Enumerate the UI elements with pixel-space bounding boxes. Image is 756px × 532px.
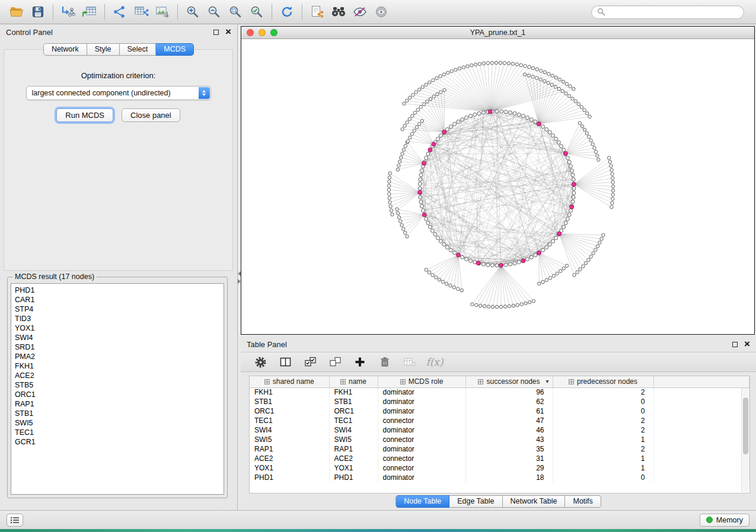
show-columns-button[interactable] (277, 355, 293, 369)
close-panel-icon[interactable]: × (225, 28, 231, 36)
cell-mcds-role[interactable]: dominator (378, 444, 465, 454)
cell-successor-nodes[interactable]: 43 (465, 435, 553, 444)
cell-shared-name[interactable]: SWI4 (250, 425, 329, 435)
cell-shared-name[interactable]: TEC1 (250, 416, 329, 425)
export-image-button[interactable] (152, 3, 173, 21)
cell-predecessor-nodes[interactable]: 2 (553, 425, 653, 435)
mcds-result-item[interactable]: TEC1 (11, 428, 224, 437)
mcds-result-item[interactable]: SRD1 (11, 342, 224, 352)
column-header-mcds-role[interactable]: MCDS role (378, 376, 465, 387)
global-search[interactable] (591, 5, 744, 19)
import-table-from-file-button[interactable] (79, 3, 100, 21)
splitter-handle[interactable] (237, 268, 241, 287)
table-settings-button[interactable] (253, 355, 268, 369)
delete-column-button[interactable] (377, 355, 393, 369)
zoom-selected-region-button[interactable] (246, 3, 267, 21)
cell-successor-nodes[interactable]: 31 (465, 454, 553, 463)
cell-successor-nodes[interactable]: 46 (465, 425, 553, 435)
mcds-result-item[interactable]: STB5 (11, 380, 224, 390)
mcds-result-item[interactable]: YOX1 (11, 323, 224, 333)
mcds-result-item[interactable]: ACE2 (11, 371, 224, 380)
cell-mcds-role[interactable]: connector (378, 416, 465, 425)
tab-network-table[interactable]: Network Table (503, 495, 566, 508)
memory-button[interactable]: Memory (700, 514, 749, 527)
cell-mcds-role[interactable]: dominator (378, 397, 465, 406)
cell-predecessor-nodes[interactable]: 0 (553, 397, 653, 406)
tab-mcds[interactable]: MCDS (156, 43, 194, 56)
float-table-panel-icon[interactable] (732, 342, 738, 347)
cell-shared-name[interactable]: ORC1 (250, 406, 329, 416)
cell-shared-name[interactable]: SWI5 (250, 435, 329, 444)
create-column-button[interactable] (352, 355, 368, 369)
zoom-out-button[interactable] (203, 3, 225, 21)
cell-mcds-role[interactable]: dominator (378, 406, 465, 416)
close-table-panel-icon[interactable]: × (744, 341, 750, 348)
deselect-all-columns-button[interactable] (327, 355, 343, 369)
cell-successor-nodes[interactable]: 61 (465, 406, 553, 416)
mcds-result-item[interactable]: SWI5 (11, 418, 224, 428)
mcds-result-item[interactable]: RAP1 (11, 399, 224, 409)
open-file-button[interactable] (6, 3, 27, 21)
table-row[interactable]: TEC1TEC1connector472 (250, 416, 749, 425)
table-row[interactable]: YOX1YOX1connector291 (250, 463, 749, 473)
table-row[interactable]: FKH1FKH1dominator962 (250, 387, 749, 397)
criterion-dropdown[interactable]: largest connected component (undirected) (26, 86, 211, 100)
cell-name[interactable]: PHD1 (329, 473, 378, 482)
cell-name[interactable]: SWI4 (329, 425, 378, 435)
table-row[interactable]: STB1STB1dominator620 (250, 397, 749, 406)
cell-name[interactable]: ORC1 (329, 406, 378, 416)
cell-shared-name[interactable]: RAP1 (250, 444, 329, 454)
cell-predecessor-nodes[interactable]: 2 (553, 416, 653, 425)
cell-predecessor-nodes[interactable]: 0 (553, 406, 653, 416)
mcds-result-item[interactable]: SWI4 (11, 333, 224, 342)
cell-name[interactable]: FKH1 (329, 387, 378, 397)
cell-successor-nodes[interactable]: 96 (465, 387, 553, 397)
mcds-result-item[interactable]: TID3 (11, 314, 224, 323)
cell-predecessor-nodes[interactable]: 1 (553, 463, 653, 473)
tab-node-table[interactable]: Node Table (395, 495, 449, 508)
global-search-input[interactable] (609, 8, 738, 16)
maximize-window-icon[interactable] (270, 29, 277, 36)
table-row[interactable]: ORC1ORC1dominator610 (250, 406, 749, 416)
cell-shared-name[interactable]: PHD1 (250, 473, 329, 482)
mcds-result-list[interactable]: PHD1CAR1STP4TID3YOX1SWI4SRD1PMA2FKH1ACE2… (11, 283, 224, 495)
minimize-window-icon[interactable] (259, 29, 266, 36)
column-header-shared-name[interactable]: shared name (250, 376, 329, 387)
column-header-name[interactable]: name (329, 376, 378, 387)
cell-successor-nodes[interactable]: 35 (465, 444, 553, 454)
cell-mcds-role[interactable]: connector (378, 454, 465, 463)
cell-mcds-role[interactable]: dominator (378, 387, 465, 397)
cell-predecessor-nodes[interactable]: 2 (553, 444, 653, 454)
task-history-button[interactable] (7, 514, 23, 527)
cell-successor-nodes[interactable]: 62 (465, 397, 553, 406)
table-row[interactable]: ACE2ACE2connector311 (250, 454, 749, 463)
cell-name[interactable]: STB1 (329, 397, 378, 406)
close-window-icon[interactable] (247, 29, 254, 36)
table-row[interactable]: SWI4SWI4dominator462 (250, 425, 749, 435)
cell-mcds-role[interactable]: dominator (378, 425, 465, 435)
cell-shared-name[interactable]: FKH1 (250, 387, 329, 397)
tab-edge-table[interactable]: Edge Table (449, 495, 502, 508)
zoom-fit-content-button[interactable] (225, 3, 246, 21)
table-row[interactable]: RAP1RAP1dominator352 (250, 444, 749, 454)
mcds-result-item[interactable]: STB1 (11, 409, 224, 418)
mcds-result-item[interactable]: CAR1 (11, 295, 224, 305)
export-table-button[interactable] (130, 3, 152, 21)
network-canvas[interactable] (241, 39, 754, 334)
mcds-result-item[interactable]: FKH1 (11, 361, 224, 371)
cell-successor-nodes[interactable]: 47 (465, 416, 553, 425)
network-graph[interactable] (241, 39, 754, 334)
cell-predecessor-nodes[interactable]: 0 (553, 473, 653, 482)
tab-motifs[interactable]: Motifs (565, 495, 601, 508)
network-window-titlebar[interactable]: YPA_prune.txt_1 (241, 27, 754, 39)
cell-mcds-role[interactable]: dominator (378, 473, 465, 482)
cell-predecessor-nodes[interactable]: 1 (553, 435, 653, 444)
float-panel-icon[interactable] (213, 30, 219, 35)
table-row[interactable]: PHD1PHD1dominator180 (250, 473, 749, 482)
mcds-result-item[interactable]: ORC1 (11, 390, 224, 399)
cell-predecessor-nodes[interactable]: 2 (553, 387, 653, 397)
refresh-view-button[interactable] (276, 3, 298, 21)
mcds-result-item[interactable]: GCR1 (11, 437, 224, 447)
cell-mcds-role[interactable]: connector (378, 435, 465, 444)
select-all-columns-button[interactable] (302, 355, 318, 369)
